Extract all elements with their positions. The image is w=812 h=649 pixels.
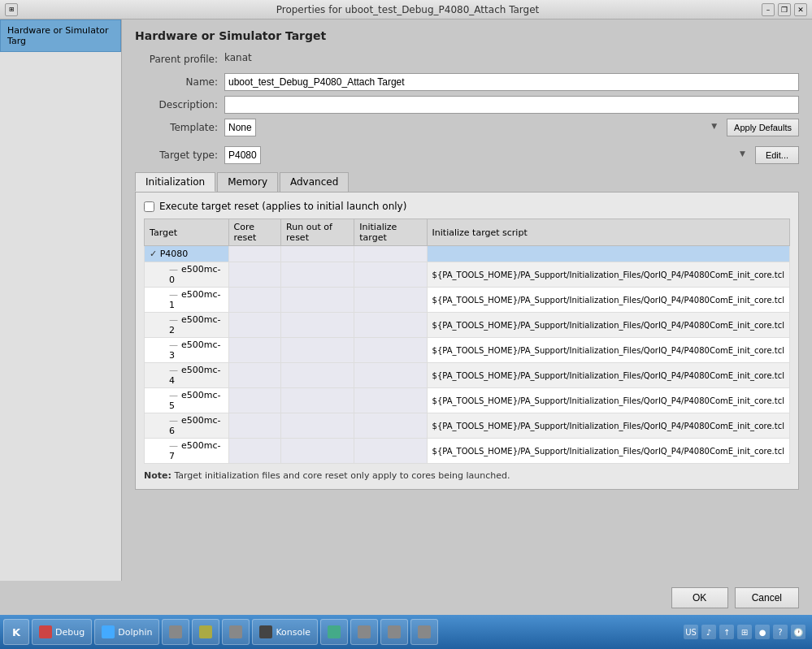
run-out-cell [281, 262, 354, 288]
init-target-cell [354, 413, 427, 439]
restore-button[interactable]: ❐ [778, 3, 791, 16]
target-name-cell: —e500mc-2 [145, 313, 229, 338]
tray-audio-icon[interactable]: ♪ [701, 625, 716, 639]
run-out-cell [281, 246, 354, 262]
cancel-button[interactable]: Cancel [735, 587, 799, 608]
taskbar-debug-label: Debug [55, 627, 85, 638]
core-reset-cell [228, 246, 281, 262]
parent-profile-row: Parent profile: kanat [135, 50, 799, 68]
core-reset-cell [228, 313, 281, 338]
table-row[interactable]: —e500mc-1${PA_TOOLS_HOME}/PA_Support/Ini… [145, 288, 790, 313]
core-reset-cell [228, 439, 281, 464]
apply-defaults-button[interactable]: Apply Defaults [727, 119, 799, 136]
description-label: Description: [135, 99, 224, 110]
run-out-cell [281, 338, 354, 363]
taskbar-item-konsole[interactable]: Konsole [252, 619, 318, 645]
run-out-cell [281, 388, 354, 413]
run-out-cell [281, 313, 354, 338]
taskbar-icon-1 [169, 625, 182, 638]
init-script-cell: ${PA_TOOLS_HOME}/PA_Support/Initializati… [427, 363, 789, 388]
name-input[interactable] [224, 73, 799, 91]
core-reset-cell [228, 262, 281, 288]
target-table: Target Core reset Run out of reset Initi… [144, 218, 790, 464]
init-script-cell [427, 246, 789, 262]
table-row[interactable]: —e500mc-6${PA_TOOLS_HOME}/PA_Support/Ini… [145, 413, 790, 439]
run-out-cell [281, 439, 354, 464]
init-script-cell: ${PA_TOOLS_HOME}/PA_Support/Initializati… [427, 413, 789, 439]
tray-record-icon[interactable]: ● [755, 625, 770, 639]
description-input[interactable] [224, 96, 799, 114]
tray-help-icon[interactable]: ? [773, 625, 788, 639]
note-row: Note: Target initialization files and co… [144, 470, 790, 481]
left-panel-item-hardware[interactable]: Hardware or Simulator Targ [0, 19, 121, 52]
template-dropdown[interactable]: None [224, 119, 256, 136]
run-out-cell [281, 363, 354, 388]
execute-reset-row: Execute target reset (applies to initial… [144, 201, 790, 212]
taskbar-item-4[interactable] [320, 619, 348, 645]
target-name-cell: —e500mc-1 [145, 288, 229, 313]
taskbar-item-dolphin[interactable]: Dolphin [94, 619, 159, 645]
right-panel: Hardware or Simulator Target Parent prof… [122, 19, 812, 615]
taskbar-start-button[interactable]: K [3, 619, 29, 645]
target-name-cell: —e500mc-6 [145, 413, 229, 439]
taskbar-item-6[interactable] [380, 619, 408, 645]
table-row[interactable]: —e500mc-5${PA_TOOLS_HOME}/PA_Support/Ini… [145, 388, 790, 413]
konsole-icon [259, 625, 272, 638]
tabs-bar: Initialization Memory Advanced [135, 172, 799, 192]
note-label: Note: [144, 470, 172, 481]
core-reset-cell [228, 338, 281, 363]
init-target-cell [354, 338, 427, 363]
init-script-cell: ${PA_TOOLS_HOME}/PA_Support/Initializati… [427, 313, 789, 338]
taskbar-item-5[interactable] [350, 619, 378, 645]
dolphin-icon [102, 625, 115, 638]
init-script-cell: ${PA_TOOLS_HOME}/PA_Support/Initializati… [427, 288, 789, 313]
table-row[interactable]: —e500mc-7${PA_TOOLS_HOME}/PA_Support/Ini… [145, 439, 790, 464]
tray-clock-icon[interactable]: 🕐 [791, 625, 805, 639]
table-row[interactable]: —e500mc-4${PA_TOOLS_HOME}/PA_Support/Ini… [145, 363, 790, 388]
tab-initialization[interactable]: Initialization [135, 172, 215, 192]
name-row: Name: [135, 73, 799, 91]
run-out-cell [281, 413, 354, 439]
target-name-cell: ✓ P4080 [145, 246, 229, 262]
target-name-cell: —e500mc-5 [145, 388, 229, 413]
init-target-cell [354, 363, 427, 388]
table-row[interactable]: —e500mc-3${PA_TOOLS_HOME}/PA_Support/Ini… [145, 338, 790, 363]
taskbar-item-2[interactable] [192, 619, 219, 645]
execute-reset-checkbox[interactable] [144, 201, 154, 212]
table-row[interactable]: —e500mc-2${PA_TOOLS_HOME}/PA_Support/Ini… [145, 313, 790, 338]
note-body: Target initialization files and core res… [174, 470, 510, 481]
debug-icon [39, 625, 52, 638]
close-button[interactable]: ✕ [794, 3, 807, 16]
init-target-cell [354, 288, 427, 313]
tray-us-icon[interactable]: US [684, 625, 698, 639]
taskbar-tray: US ♪ ↑ ⊞ ● ? 🕐 [684, 625, 809, 639]
taskbar-item-1[interactable] [162, 619, 189, 645]
init-target-cell [354, 439, 427, 464]
tray-display-icon[interactable]: ⊞ [737, 625, 752, 639]
edit-button[interactable]: Edit... [755, 146, 799, 164]
table-row[interactable]: —e500mc-0${PA_TOOLS_HOME}/PA_Support/Ini… [145, 262, 790, 288]
core-reset-cell [228, 413, 281, 439]
taskbar: K Debug Dolphin Konsole US ♪ ↑ ⊞ ● ? 🕐 [0, 615, 812, 649]
template-row: Template: None Apply Defaults [135, 119, 799, 136]
table-row[interactable]: ✓ P4080 [145, 246, 790, 262]
ok-button[interactable]: OK [671, 587, 728, 608]
target-name-cell: —e500mc-3 [145, 338, 229, 363]
taskbar-icon-6 [388, 625, 401, 638]
target-type-dropdown[interactable]: P4080 [224, 146, 261, 164]
taskbar-item-debug[interactable]: Debug [32, 619, 92, 645]
tray-network-icon[interactable]: ↑ [719, 625, 734, 639]
tab-memory[interactable]: Memory [217, 172, 278, 192]
taskbar-icon-4 [328, 625, 341, 638]
taskbar-item-3[interactable] [222, 619, 250, 645]
init-script-cell: ${PA_TOOLS_HOME}/PA_Support/Initializati… [427, 262, 789, 288]
taskbar-dolphin-label: Dolphin [118, 627, 152, 638]
target-name-cell: —e500mc-0 [145, 262, 229, 288]
taskbar-item-7[interactable] [410, 619, 438, 645]
tab-advanced[interactable]: Advanced [280, 172, 349, 192]
minimize-button[interactable]: – [762, 3, 775, 16]
target-name-cell: —e500mc-7 [145, 439, 229, 464]
parent-profile-value: kanat [224, 50, 799, 68]
target-name-cell: —e500mc-4 [145, 363, 229, 388]
target-type-row: Target type: P4080 Edit... [135, 146, 799, 164]
